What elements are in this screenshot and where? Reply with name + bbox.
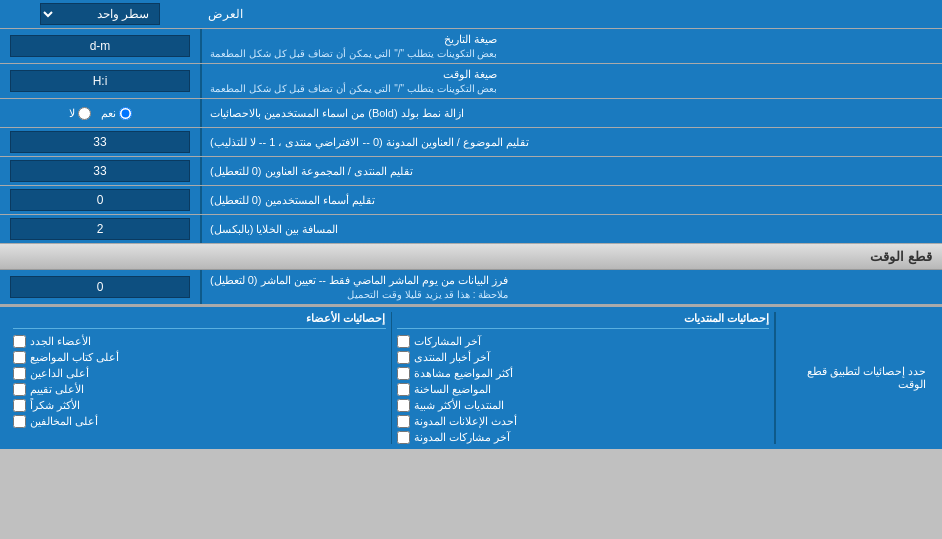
top-label: العرض — [200, 3, 942, 25]
cutoff-row: فرز البيانات من يوم الماشر الماضي فقط --… — [0, 270, 942, 305]
cb-forum-news-input[interactable] — [397, 351, 410, 364]
cell-space-input-area: 2 — [0, 215, 200, 243]
cb-forum-news-label: آخر أخبار المنتدى — [414, 351, 490, 364]
cutoff-label: فرز البيانات من يوم الماشر الماضي فقط --… — [200, 270, 942, 304]
cutoff-input[interactable]: 0 — [10, 276, 190, 298]
cb-last-posts-label: آخر المشاركات — [414, 335, 481, 348]
cb-top-authors[interactable]: أعلى كتاب المواضيع — [13, 351, 386, 364]
top-row: العرض سطر واحد سطرين ثلاثة أسطر — [0, 0, 942, 29]
cell-space-label: المسافة بين الخلايا (بالبكسل) — [200, 215, 942, 243]
cb-last-posts[interactable]: آخر المشاركات — [397, 335, 770, 348]
bold-label-text: ازالة نمط بولد (Bold) من اسماء المستخدمي… — [210, 107, 464, 120]
users-trim-row: تقليم أسماء المستخدمين (0 للتعطيل) 0 — [0, 186, 942, 215]
time-format-row: صيغة الوقت بعض التكوينات يتطلب "/" التي … — [0, 64, 942, 99]
cb-new-members[interactable]: الأعضاء الجدد — [13, 335, 386, 348]
cb-top-inviters[interactable]: أعلى الداعين — [13, 367, 386, 380]
cb-top-inviters-label: أعلى الداعين — [30, 367, 89, 380]
cutoff-input-area: 0 — [0, 270, 200, 304]
cb-most-viewed-input[interactable] — [397, 367, 410, 380]
cb-most-thanked-input[interactable] — [13, 399, 26, 412]
cb-latest-announcements-label: أحدث الإعلانات المدونة — [414, 415, 517, 428]
cb-last-blog-posts[interactable]: آخر مشاركات المدونة — [397, 431, 770, 444]
display-select[interactable]: سطر واحد سطرين ثلاثة أسطر — [40, 3, 160, 25]
time-format-label: صيغة الوقت بعض التكوينات يتطلب "/" التي … — [200, 64, 942, 98]
top-select-area: سطر واحد سطرين ثلاثة أسطر — [0, 0, 200, 28]
cb-latest-announcements-input[interactable] — [397, 415, 410, 428]
radio-no-label[interactable]: لا — [69, 107, 91, 120]
bold-radio-area: نعم لا — [0, 99, 200, 127]
cb-most-thanked[interactable]: الأكثر شكراً — [13, 399, 386, 412]
forum-stats-header: إحصائيات المنتديات — [397, 312, 770, 329]
forum-stats-col: إحصائيات المنتديات آخر المشاركات آخر أخب… — [391, 312, 775, 444]
top-label-text: العرض — [208, 7, 243, 21]
time-format-input-area: H:i — [0, 64, 200, 98]
cb-top-violations-input[interactable] — [13, 415, 26, 428]
date-format-label: صيغة التاريخ بعض التكوينات يتطلب "/" الت… — [200, 29, 942, 63]
cb-similar-forums[interactable]: المنتديات الأكثر شبية — [397, 399, 770, 412]
cell-space-input[interactable]: 2 — [10, 218, 190, 240]
cb-most-thanked-label: الأكثر شكراً — [30, 399, 80, 412]
cb-most-viewed-label: أكثر المواضيع مشاهدة — [414, 367, 513, 380]
forum-trim-input[interactable]: 33 — [10, 160, 190, 182]
radio-no-text: لا — [69, 107, 75, 120]
cutoff-label-sub: ملاحظة : هذا قد يزيد قليلا وقت التحميل — [210, 289, 508, 300]
topics-count-label-text: تقليم الموضوع / العناوين المدونة (0 -- ا… — [210, 136, 529, 149]
cb-forum-news[interactable]: آخر أخبار المنتدى — [397, 351, 770, 364]
date-format-input[interactable]: d-m — [10, 35, 190, 57]
cutoff-header-text: قطع الوقت — [870, 249, 932, 264]
time-format-sublabel: بعض التكوينات يتطلب "/" التي يمكن أن تضا… — [210, 83, 497, 94]
cell-space-row: المسافة بين الخلايا (بالبكسل) 2 — [0, 215, 942, 244]
main-container: العرض سطر واحد سطرين ثلاثة أسطر صيغة الت… — [0, 0, 942, 449]
cb-hot-topics-label: المواضيع الساخنة — [414, 383, 491, 396]
date-format-row: صيغة التاريخ بعض التكوينات يتطلب "/" الت… — [0, 29, 942, 64]
cell-space-label-text: المسافة بين الخلايا (بالبكسل) — [210, 223, 339, 236]
bold-radio-label: ازالة نمط بولد (Bold) من اسماء المستخدمي… — [200, 99, 942, 127]
forum-trim-input-area: 33 — [0, 157, 200, 185]
forum-trim-label: تقليم المنتدى / المجموعة العناوين (0 للت… — [200, 157, 942, 185]
cb-hot-topics-input[interactable] — [397, 383, 410, 396]
apply-label-text: حدد إحصائيات لتطبيق قطع الوقت — [784, 365, 926, 391]
users-trim-input[interactable]: 0 — [10, 189, 190, 211]
cutoff-label-main: فرز البيانات من يوم الماشر الماضي فقط --… — [210, 274, 508, 287]
apply-label-panel: حدد إحصائيات لتطبيق قطع الوقت — [774, 312, 934, 444]
checkboxes-section: حدد إحصائيات لتطبيق قطع الوقت إحصائيات ا… — [0, 305, 942, 449]
cb-top-rated[interactable]: الأعلى تقييم — [13, 383, 386, 396]
bold-radio-row: ازالة نمط بولد (Bold) من اسماء المستخدمي… — [0, 99, 942, 128]
topics-count-label: تقليم الموضوع / العناوين المدونة (0 -- ا… — [200, 128, 942, 156]
cb-most-viewed[interactable]: أكثر المواضيع مشاهدة — [397, 367, 770, 380]
checkboxes-container: حدد إحصائيات لتطبيق قطع الوقت إحصائيات ا… — [0, 307, 942, 449]
time-format-title: صيغة الوقت — [210, 68, 497, 81]
cb-top-authors-input[interactable] — [13, 351, 26, 364]
date-format-sublabel: بعض التكوينات يتطلب "/" التي يمكن أن تضا… — [210, 48, 497, 59]
users-trim-input-area: 0 — [0, 186, 200, 214]
topics-count-input-area: 33 — [0, 128, 200, 156]
cb-top-authors-label: أعلى كتاب المواضيع — [30, 351, 119, 364]
cb-top-violations[interactable]: أعلى المخالفين — [13, 415, 386, 428]
topics-count-input[interactable]: 33 — [10, 131, 190, 153]
topics-count-row: تقليم الموضوع / العناوين المدونة (0 -- ا… — [0, 128, 942, 157]
radio-yes[interactable] — [119, 107, 132, 120]
cb-similar-forums-input[interactable] — [397, 399, 410, 412]
cb-top-inviters-input[interactable] — [13, 367, 26, 380]
members-stats-col: إحصائيات الأعضاء الأعضاء الجدد أعلى كتاب… — [8, 312, 391, 444]
members-stats-header: إحصائيات الأعضاء — [13, 312, 386, 329]
date-format-title: صيغة التاريخ — [210, 33, 497, 46]
radio-no[interactable] — [78, 107, 91, 120]
cb-last-blog-posts-input[interactable] — [397, 431, 410, 444]
cb-new-members-label: الأعضاء الجدد — [30, 335, 91, 348]
cb-similar-forums-label: المنتديات الأكثر شبية — [414, 399, 504, 412]
cb-last-blog-posts-label: آخر مشاركات المدونة — [414, 431, 510, 444]
time-format-input[interactable]: H:i — [10, 70, 190, 92]
date-format-input-area: d-m — [0, 29, 200, 63]
cutoff-section-header: قطع الوقت — [0, 244, 942, 270]
cb-last-posts-input[interactable] — [397, 335, 410, 348]
cb-latest-announcements[interactable]: أحدث الإعلانات المدونة — [397, 415, 770, 428]
radio-yes-label[interactable]: نعم — [101, 107, 132, 120]
users-trim-label: تقليم أسماء المستخدمين (0 للتعطيل) — [200, 186, 942, 214]
cb-top-rated-label: الأعلى تقييم — [30, 383, 84, 396]
cb-top-violations-label: أعلى المخالفين — [30, 415, 98, 428]
cb-top-rated-input[interactable] — [13, 383, 26, 396]
cb-new-members-input[interactable] — [13, 335, 26, 348]
radio-yes-text: نعم — [101, 107, 116, 120]
cb-hot-topics[interactable]: المواضيع الساخنة — [397, 383, 770, 396]
